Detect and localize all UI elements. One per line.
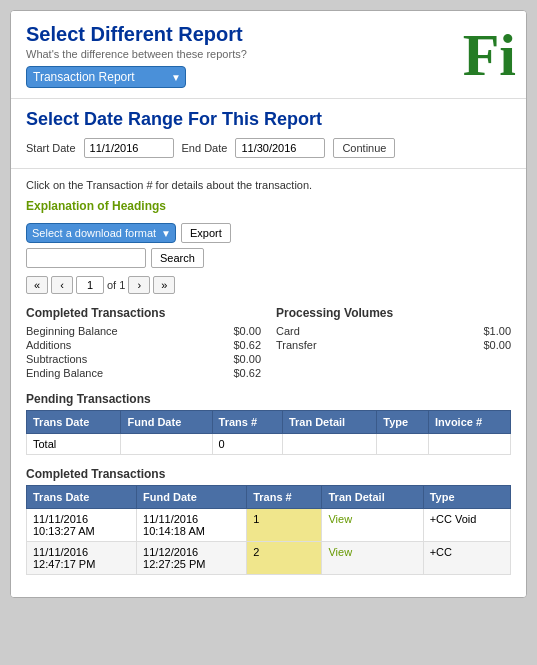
pending-table-header-row: Trans Date Fund Date Trans # Tran Detail… bbox=[27, 411, 511, 434]
pv-value-0: $1.00 bbox=[461, 325, 511, 337]
pending-transactions-table: Trans Date Fund Date Trans # Tran Detail… bbox=[26, 410, 511, 455]
download-format-dropdown[interactable]: Select a download format bbox=[26, 223, 176, 243]
date-range-section: Select Date Range For This Report Start … bbox=[11, 99, 526, 169]
pagination-row: « ‹ of 1 › » bbox=[26, 276, 511, 294]
pv-row-1: Transfer $0.00 bbox=[276, 338, 511, 352]
continue-button[interactable]: Continue bbox=[333, 138, 395, 158]
pending-total-detail bbox=[282, 434, 376, 455]
pending-col-trans-date: Trans Date bbox=[27, 411, 121, 434]
pending-transactions-section: Pending Transactions Trans Date Fund Dat… bbox=[26, 392, 511, 455]
completed-trans-date-1: 11/11/201612:47:17 PM bbox=[27, 542, 137, 575]
pv-label-0: Card bbox=[276, 325, 300, 337]
completed-transactions-title: Completed Transactions bbox=[26, 467, 511, 481]
select-report-subtitle: What's the difference between these repo… bbox=[26, 48, 511, 60]
completed-fund-date-0: 11/11/201610:14:18 AM bbox=[137, 509, 247, 542]
completed-col-trans-date: Trans Date bbox=[27, 486, 137, 509]
prev-page-button[interactable]: ‹ bbox=[51, 276, 73, 294]
view-link-0[interactable]: View bbox=[328, 513, 352, 525]
completed-col-fund-date: Fund Date bbox=[137, 486, 247, 509]
completed-tran-detail-1[interactable]: View bbox=[322, 542, 423, 575]
start-date-input[interactable] bbox=[84, 138, 174, 158]
completed-transactions-section: Completed Transactions Trans Date Fund D… bbox=[26, 467, 511, 575]
completed-tran-detail-0[interactable]: View bbox=[322, 509, 423, 542]
end-date-label: End Date bbox=[182, 142, 228, 154]
completed-transactions-table: Trans Date Fund Date Trans # Tran Detail… bbox=[26, 485, 511, 575]
summary-row-2: Subtractions $0.00 bbox=[26, 352, 261, 366]
end-date-input[interactable] bbox=[235, 138, 325, 158]
fi-logo: Fi bbox=[463, 21, 516, 90]
pending-col-trans-num: Trans # bbox=[212, 411, 282, 434]
completed-trans-num-0[interactable]: 1 bbox=[247, 509, 322, 542]
export-button[interactable]: Export bbox=[181, 223, 231, 243]
page-number-input[interactable] bbox=[76, 276, 104, 294]
pending-total-invoice bbox=[428, 434, 510, 455]
download-format-wrapper: Select a download format ▼ bbox=[26, 223, 176, 243]
summary-row-0: Beginning Balance $0.00 bbox=[26, 324, 261, 338]
first-page-button[interactable]: « bbox=[26, 276, 48, 294]
start-date-label: Start Date bbox=[26, 142, 76, 154]
completed-type-1: +CC bbox=[423, 542, 510, 575]
view-link-1[interactable]: View bbox=[328, 546, 352, 558]
summary-value-1: $0.62 bbox=[211, 339, 261, 351]
pending-total-label: Total bbox=[27, 434, 121, 455]
report-dropdown[interactable]: Transaction Report bbox=[26, 66, 186, 88]
select-report-title: Select Different Report bbox=[26, 23, 511, 46]
pending-total-num: 0 bbox=[212, 434, 282, 455]
pending-transactions-title: Pending Transactions bbox=[26, 392, 511, 406]
search-row: Search bbox=[26, 248, 511, 268]
pending-col-tran-detail: Tran Detail bbox=[282, 411, 376, 434]
pending-total-fund bbox=[121, 434, 212, 455]
table-row: 11/11/201610:13:27 AM 11/11/201610:14:18… bbox=[27, 509, 511, 542]
main-section: Click on the Transaction # for details a… bbox=[11, 169, 526, 597]
summary-label-3: Ending Balance bbox=[26, 367, 103, 379]
completed-table-header-row: Trans Date Fund Date Trans # Tran Detail… bbox=[27, 486, 511, 509]
completed-col-trans-num: Trans # bbox=[247, 486, 322, 509]
explanation-link[interactable]: Explanation of Headings bbox=[26, 199, 511, 213]
completed-col-type: Type bbox=[423, 486, 510, 509]
summary-row-3: Ending Balance $0.62 bbox=[26, 366, 261, 380]
pending-col-fund-date: Fund Date bbox=[121, 411, 212, 434]
pending-total-row: Total 0 bbox=[27, 434, 511, 455]
summary-section: Completed Transactions Beginning Balance… bbox=[26, 306, 511, 380]
table-row: 11/11/201612:47:17 PM 11/12/201612:27:25… bbox=[27, 542, 511, 575]
search-button[interactable]: Search bbox=[151, 248, 204, 268]
pending-total-type bbox=[377, 434, 429, 455]
search-input[interactable] bbox=[26, 248, 146, 268]
report-dropdown-wrapper: Transaction Report ▼ bbox=[26, 66, 186, 88]
summary-value-3: $0.62 bbox=[211, 367, 261, 379]
summary-label-1: Additions bbox=[26, 339, 71, 351]
completed-col-tran-detail: Tran Detail bbox=[322, 486, 423, 509]
completed-fund-date-1: 11/12/201612:27:25 PM bbox=[137, 542, 247, 575]
completed-type-0: +CC Void bbox=[423, 509, 510, 542]
processing-volumes-title: Processing Volumes bbox=[276, 306, 511, 320]
summary-label-2: Subtractions bbox=[26, 353, 87, 365]
date-section-title: Select Date Range For This Report bbox=[26, 109, 511, 130]
pending-col-invoice: Invoice # bbox=[428, 411, 510, 434]
completed-trans-num-1[interactable]: 2 bbox=[247, 542, 322, 575]
processing-volumes-box: Processing Volumes Card $1.00 Transfer $… bbox=[276, 306, 511, 380]
completed-summary-box: Completed Transactions Beginning Balance… bbox=[26, 306, 261, 380]
summary-label-0: Beginning Balance bbox=[26, 325, 118, 337]
summary-value-2: $0.00 bbox=[211, 353, 261, 365]
completed-trans-date-0: 11/11/201610:13:27 AM bbox=[27, 509, 137, 542]
click-info-text: Click on the Transaction # for details a… bbox=[26, 179, 511, 191]
summary-value-0: $0.00 bbox=[211, 325, 261, 337]
summary-row-1: Additions $0.62 bbox=[26, 338, 261, 352]
export-row: Select a download format ▼ Export bbox=[26, 223, 511, 243]
pv-row-0: Card $1.00 bbox=[276, 324, 511, 338]
next-page-button[interactable]: › bbox=[128, 276, 150, 294]
completed-summary-title: Completed Transactions bbox=[26, 306, 261, 320]
header-section: Select Different Report What's the diffe… bbox=[11, 11, 526, 99]
last-page-button[interactable]: » bbox=[153, 276, 175, 294]
pv-label-1: Transfer bbox=[276, 339, 317, 351]
page-of-text: of 1 bbox=[107, 279, 125, 291]
pending-col-type: Type bbox=[377, 411, 429, 434]
pv-value-1: $0.00 bbox=[461, 339, 511, 351]
